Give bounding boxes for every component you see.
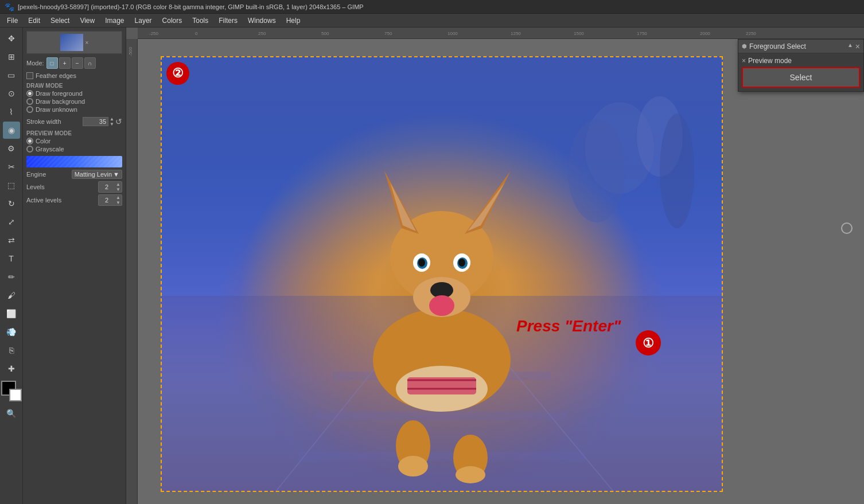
feather-edges-checkbox[interactable]	[26, 72, 33, 79]
preview-color-bar	[26, 156, 122, 167]
app-icon: 🐾	[5, 2, 14, 11]
eraser-btn[interactable]: ⬜	[3, 305, 20, 322]
draw-background-radio[interactable]	[26, 98, 33, 105]
levels-down[interactable]: ▼	[115, 187, 122, 192]
left-toolbar: ✥ ⊞ ▭ ⊙ ⌇ ◉ ⚙ ✂ ⬚ ↻ ⤢ ⇄ T ✏ 🖌 ⬜ 💨 ⎘ ✚ 🔍	[0, 28, 23, 504]
stroke-reset-btn[interactable]: ↺	[115, 117, 122, 126]
scissors-btn[interactable]: ✂	[3, 158, 20, 175]
small-circle-indicator	[841, 222, 853, 234]
menu-edit[interactable]: Edit	[24, 15, 45, 26]
svg-point-45	[456, 466, 485, 483]
crop-btn[interactable]: ⬚	[3, 177, 20, 194]
fg-panel-controls: ▲ ×	[847, 42, 860, 51]
draw-foreground-row: Draw foreground	[26, 90, 122, 97]
image-canvas[interactable]: Press "Enter" ① ②	[138, 39, 864, 504]
text-btn[interactable]: T	[3, 250, 20, 267]
mode-intersect-btn[interactable]: ∩	[84, 57, 96, 69]
menu-tools[interactable]: Tools	[188, 15, 213, 26]
stroke-up-arrow[interactable]: ▲	[110, 116, 114, 122]
levels-spinbox[interactable]: 2 ▲ ▼	[98, 181, 122, 193]
engine-value: Matting Levin	[75, 171, 112, 178]
preview-mode-section-label: Preview Mode	[26, 130, 122, 136]
flip-btn[interactable]: ⇄	[3, 232, 20, 249]
draw-foreground-radio[interactable]	[26, 90, 33, 97]
airbrush-btn[interactable]: 💨	[3, 323, 20, 341]
mode-add-btn[interactable]: +	[59, 57, 71, 69]
levels-up[interactable]: ▲	[115, 182, 122, 187]
preview-grayscale-row: Grayscale	[26, 146, 122, 153]
mode-replace-btn[interactable]: □	[46, 57, 58, 69]
stroke-down-arrow[interactable]: ▼	[110, 122, 114, 127]
svg-text:250: 250	[258, 31, 266, 36]
menu-filters[interactable]: Filters	[214, 15, 242, 26]
mode-subtract-btn[interactable]: −	[72, 57, 83, 69]
menu-windows[interactable]: Windows	[243, 15, 281, 26]
mode-label: Mode:	[26, 60, 44, 67]
menu-file[interactable]: File	[2, 15, 22, 26]
menu-view[interactable]: View	[75, 15, 99, 26]
levels-value: 2	[99, 183, 115, 191]
preview-color-label: Color	[36, 138, 50, 144]
paintbrush-btn[interactable]: 🖌	[3, 287, 20, 304]
feather-edges-label: Feather edges	[36, 72, 76, 79]
engine-dropdown-arrow: ▼	[113, 171, 119, 178]
ruler-top-svg: -250 0 250 500 750 1000 1250 1500 1750 2…	[138, 28, 864, 38]
pencil-btn[interactable]: ✏	[3, 268, 20, 286]
canvas-area[interactable]: -250 0 250 500 750 1000 1250 1500 1750 2…	[126, 28, 864, 504]
menu-select[interactable]: Select	[46, 15, 74, 26]
image-container: Press "Enter" ① ②	[161, 56, 723, 492]
fg-select-btn[interactable]: ◉	[3, 122, 20, 139]
preview-color-radio[interactable]	[26, 138, 33, 144]
svg-text:2000: 2000	[700, 31, 710, 36]
scale-btn[interactable]: ⤢	[3, 213, 20, 230]
svg-text:500: 500	[321, 31, 329, 36]
ellipse-select-btn[interactable]: ⊙	[3, 85, 20, 102]
menu-colors[interactable]: Colors	[158, 15, 187, 26]
menu-help[interactable]: Help	[282, 15, 305, 26]
fg-panel-minimize-btn[interactable]: ▲	[847, 42, 853, 51]
svg-text:Press "Enter": Press "Enter"	[516, 317, 621, 335]
active-levels-up[interactable]: ▲	[115, 195, 122, 200]
svg-point-16	[568, 119, 625, 222]
engine-dropdown[interactable]: Matting Levin ▼	[72, 170, 122, 179]
svg-rect-21	[316, 412, 568, 420]
rect-select-btn[interactable]: ▭	[3, 67, 20, 84]
svg-text:①: ①	[643, 336, 654, 350]
preview-grayscale-radio[interactable]	[26, 146, 33, 153]
active-levels-spinbox[interactable]: 2 ▲ ▼	[98, 194, 122, 206]
titlebar: 🐾 [pexels-hnoody93-58997] (imported)-17.…	[0, 0, 864, 14]
svg-marker-34	[465, 171, 511, 234]
rotate-btn[interactable]: ↻	[3, 195, 20, 212]
heal-btn[interactable]: ✚	[3, 360, 20, 377]
zoom-btn[interactable]: 🔍	[3, 405, 20, 422]
draw-unknown-radio[interactable]	[26, 106, 33, 113]
menu-image[interactable]: Image	[100, 15, 129, 26]
move-tool-btn[interactable]: ✥	[3, 30, 20, 47]
fg-select-button[interactable]: Select	[742, 67, 860, 88]
align-tool-btn[interactable]: ⊞	[3, 48, 20, 65]
svg-rect-22	[298, 452, 585, 460]
clone-btn[interactable]: ⎘	[3, 342, 20, 359]
levels-row: Levels 2 ▲ ▼	[26, 181, 122, 193]
lasso-btn[interactable]: ⌇	[3, 103, 20, 120]
engine-row: Engine Matting Levin ▼	[26, 170, 122, 179]
fg-panel-close-btn[interactable]: ×	[855, 42, 860, 51]
fg-panel-close-icon[interactable]: ×	[742, 57, 746, 65]
svg-text:0: 0	[195, 31, 198, 36]
draw-foreground-label: Draw foreground	[36, 90, 83, 97]
svg-marker-35	[390, 182, 416, 231]
svg-point-17	[660, 114, 694, 228]
svg-text:1250: 1250	[511, 31, 521, 36]
draw-unknown-row: Draw unknown	[26, 106, 122, 113]
background-color[interactable]	[9, 389, 22, 401]
active-levels-down[interactable]: ▼	[115, 200, 122, 205]
fuzzy-select-btn[interactable]: ⚙	[3, 140, 20, 157]
draw-background-label: Draw background	[36, 98, 85, 105]
levels-arrows: ▲ ▼	[115, 182, 122, 192]
preview-grayscale-label: Grayscale	[36, 146, 64, 153]
stroke-width-input[interactable]	[83, 117, 108, 126]
svg-point-31	[418, 259, 425, 267]
active-levels-value: 2	[99, 196, 115, 204]
menu-layer[interactable]: Layer	[130, 15, 157, 26]
canvas-image: Press "Enter" ① ②	[161, 56, 723, 492]
